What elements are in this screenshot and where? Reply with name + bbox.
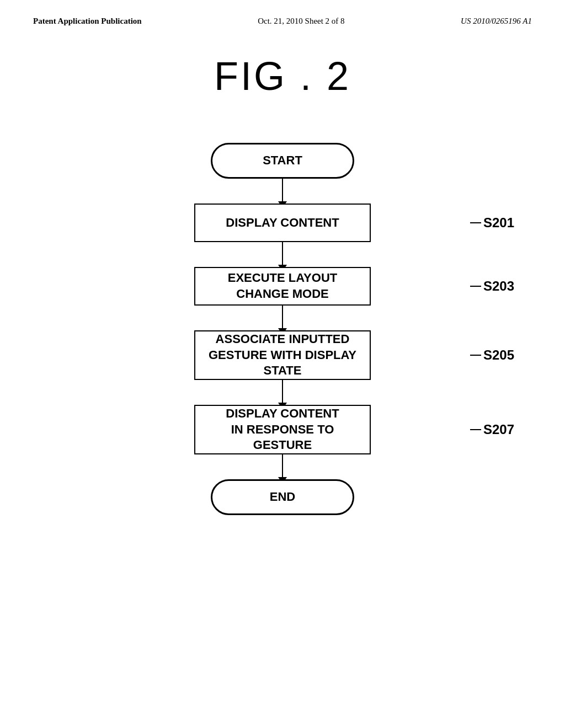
s207-label: S207 (483, 422, 514, 437)
flowchart: START DISPLAY CONTENT S201 EXECUTE LAYOU… (0, 143, 565, 515)
s205-text: ASSOCIATE INPUTTEDGESTURE WITH DISPLAY S… (201, 331, 364, 379)
end-label: END (270, 489, 295, 505)
s203-label: S203 (483, 279, 514, 294)
start-box: START (211, 143, 354, 179)
s205-box: ASSOCIATE INPUTTEDGESTURE WITH DISPLAY S… (194, 330, 371, 380)
s203-text: EXECUTE LAYOUT CHANGE MODE (201, 270, 364, 302)
page-header: Patent Application Publication Oct. 21, … (0, 0, 565, 26)
end-box: END (211, 479, 354, 515)
s207-label-line (470, 429, 481, 430)
arrow-5 (282, 454, 283, 479)
s205-row: ASSOCIATE INPUTTEDGESTURE WITH DISPLAY S… (117, 330, 448, 380)
s207-row: DISPLAY CONTENTIN RESPONSE TO GESTURE S2… (117, 405, 448, 454)
s207-box: DISPLAY CONTENTIN RESPONSE TO GESTURE (194, 405, 371, 454)
start-label: START (263, 153, 302, 169)
s201-label-container: S201 (470, 215, 514, 231)
s203-box: EXECUTE LAYOUT CHANGE MODE (194, 267, 371, 306)
arrow-3 (282, 306, 283, 330)
s203-row: EXECUTE LAYOUT CHANGE MODE S203 (117, 267, 448, 306)
s201-label-line (470, 222, 481, 223)
arrow-1 (282, 179, 283, 204)
s203-label-line (470, 286, 481, 287)
s205-label: S205 (483, 347, 514, 363)
s207-text: DISPLAY CONTENTIN RESPONSE TO GESTURE (201, 406, 364, 453)
header-left: Patent Application Publication (33, 17, 142, 26)
s207-label-container: S207 (470, 422, 514, 437)
s201-row: DISPLAY CONTENT S201 (117, 204, 448, 242)
s203-label-container: S203 (470, 279, 514, 294)
start-row: START (117, 143, 448, 179)
s205-label-line (470, 355, 481, 356)
s201-box: DISPLAY CONTENT (194, 204, 371, 242)
arrow-4 (282, 380, 283, 405)
arrow-2 (282, 242, 283, 267)
s201-label: S201 (483, 215, 514, 231)
figure-title: FIG . 2 (0, 53, 565, 99)
header-right: US 2010/0265196 A1 (461, 17, 532, 26)
s205-label-container: S205 (470, 347, 514, 363)
s201-text: DISPLAY CONTENT (226, 215, 339, 231)
header-center: Oct. 21, 2010 Sheet 2 of 8 (258, 17, 344, 26)
end-row: END (117, 479, 448, 515)
